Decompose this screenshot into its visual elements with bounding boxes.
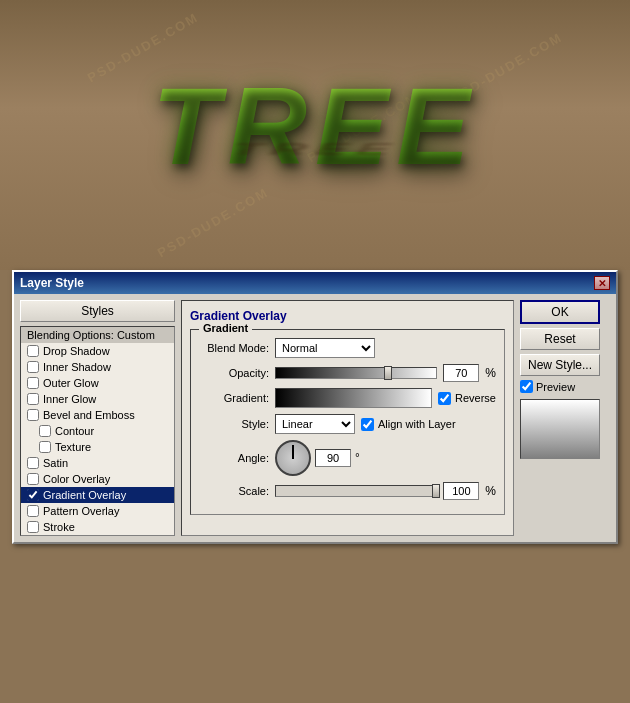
preview-label: Preview <box>536 381 575 393</box>
reverse-row: Reverse <box>438 392 496 405</box>
sidebar-item-satin[interactable]: Satin <box>21 455 174 471</box>
opacity-slider-thumb[interactable] <box>384 366 392 380</box>
outer-glow-checkbox[interactable] <box>27 377 39 389</box>
sidebar-item-outer-glow[interactable]: Outer Glow <box>21 375 174 391</box>
satin-label: Satin <box>43 457 68 469</box>
reset-button[interactable]: Reset <box>520 328 600 350</box>
opacity-slider-track[interactable] <box>275 367 437 379</box>
reverse-checkbox[interactable] <box>438 392 451 405</box>
inner-shadow-checkbox[interactable] <box>27 361 39 373</box>
texture-checkbox[interactable] <box>39 441 51 453</box>
reverse-label: Reverse <box>455 392 496 404</box>
tree-shadow: TREE <box>230 141 400 158</box>
opacity-row: Opacity: % <box>199 364 496 382</box>
scale-input[interactable] <box>443 482 479 500</box>
sidebar-item-gradient-overlay[interactable]: Gradient Overlay <box>21 487 174 503</box>
ok-button[interactable]: OK <box>520 300 600 324</box>
preview-label-row: Preview <box>520 380 610 393</box>
preview-checkbox[interactable] <box>520 380 533 393</box>
style-label: Style: <box>199 418 269 430</box>
angle-dial-wrapper: ° <box>275 440 360 476</box>
styles-panel: Styles Blending Options: Custom Drop Sha… <box>20 300 175 536</box>
contour-checkbox[interactable] <box>39 425 51 437</box>
texture-label: Texture <box>55 441 91 453</box>
angle-dial[interactable] <box>275 440 311 476</box>
blending-label: Blending Options: Custom <box>27 329 155 341</box>
dialog-body: Styles Blending Options: Custom Drop Sha… <box>14 294 616 542</box>
blend-mode-label: Blend Mode: <box>199 342 269 354</box>
section-title: Gradient Overlay <box>190 309 505 323</box>
angle-needle <box>292 445 294 459</box>
right-panel: OK Reset New Style... Preview <box>520 300 610 536</box>
sidebar-item-color-overlay[interactable]: Color Overlay <box>21 471 174 487</box>
scale-unit: % <box>485 484 496 498</box>
scale-label: Scale: <box>199 485 269 497</box>
contour-label: Contour <box>55 425 94 437</box>
gradient-row: Gradient: Reverse <box>199 388 496 408</box>
gradient-group: Gradient Blend Mode: Normal Dissolve Mul… <box>190 329 505 515</box>
blend-mode-select[interactable]: Normal Dissolve Multiply Screen Overlay <box>275 338 375 358</box>
preview-box <box>520 399 600 459</box>
outer-glow-label: Outer Glow <box>43 377 99 389</box>
color-overlay-checkbox[interactable] <box>27 473 39 485</box>
close-button[interactable]: ✕ <box>594 276 610 290</box>
gradient-bar[interactable] <box>275 388 432 408</box>
sidebar-item-inner-shadow[interactable]: Inner Shadow <box>21 359 174 375</box>
bevel-emboss-checkbox[interactable] <box>27 409 39 421</box>
tree-title: TREE <box>152 62 477 189</box>
layer-style-dialog: Layer Style ✕ Styles Blending Options: C… <box>12 270 618 544</box>
sidebar-item-drop-shadow[interactable]: Drop Shadow <box>21 343 174 359</box>
opacity-input[interactable] <box>443 364 479 382</box>
dialog-titlebar: Layer Style ✕ <box>14 272 616 294</box>
pattern-overlay-label: Pattern Overlay <box>43 505 119 517</box>
angle-row: Angle: ° <box>199 440 496 476</box>
sidebar-item-blending[interactable]: Blending Options: Custom <box>21 327 174 343</box>
inner-glow-label: Inner Glow <box>43 393 96 405</box>
bevel-emboss-label: Bevel and Emboss <box>43 409 135 421</box>
styles-list: Blending Options: Custom Drop Shadow Inn… <box>20 326 175 536</box>
sidebar-item-inner-glow[interactable]: Inner Glow <box>21 391 174 407</box>
style-select[interactable]: Linear Radial Angle Reflected Diamond <box>275 414 355 434</box>
drop-shadow-checkbox[interactable] <box>27 345 39 357</box>
sidebar-item-bevel-emboss[interactable]: Bevel and Emboss <box>21 407 174 423</box>
blend-mode-row: Blend Mode: Normal Dissolve Multiply Scr… <box>199 338 496 358</box>
new-style-button[interactable]: New Style... <box>520 354 600 376</box>
angle-label: Angle: <box>199 452 269 464</box>
color-overlay-label: Color Overlay <box>43 473 110 485</box>
inner-glow-checkbox[interactable] <box>27 393 39 405</box>
style-row: Style: Linear Radial Angle Reflected Dia… <box>199 414 496 434</box>
gradient-overlay-label: Gradient Overlay <box>43 489 126 501</box>
dialog-title: Layer Style <box>20 276 84 290</box>
pattern-overlay-checkbox[interactable] <box>27 505 39 517</box>
gradient-label: Gradient: <box>199 392 269 404</box>
gradient-overlay-checkbox[interactable] <box>27 489 39 501</box>
inner-shadow-label: Inner Shadow <box>43 361 111 373</box>
sidebar-item-contour[interactable]: Contour <box>21 423 174 439</box>
opacity-label: Opacity: <box>199 367 269 379</box>
sidebar-item-pattern-overlay[interactable]: Pattern Overlay <box>21 503 174 519</box>
align-layer-label: Align with Layer <box>378 418 456 430</box>
scale-row: Scale: % <box>199 482 496 500</box>
center-panel: Gradient Overlay Gradient Blend Mode: No… <box>181 300 514 536</box>
align-layer-row: Align with Layer <box>361 418 456 431</box>
angle-unit: ° <box>355 451 360 465</box>
sidebar-item-texture[interactable]: Texture <box>21 439 174 455</box>
styles-button[interactable]: Styles <box>20 300 175 322</box>
satin-checkbox[interactable] <box>27 457 39 469</box>
scale-thumb[interactable] <box>432 484 440 498</box>
opacity-unit: % <box>485 366 496 380</box>
canvas-area: PSD-DUDE.COM PSD-DUDE.COM PSD-DUDE.COM P… <box>0 0 630 270</box>
angle-input[interactable] <box>315 449 351 467</box>
stroke-label: Stroke <box>43 521 75 533</box>
scale-slider-track[interactable] <box>275 485 437 497</box>
sidebar-item-stroke[interactable]: Stroke <box>21 519 174 535</box>
stroke-checkbox[interactable] <box>27 521 39 533</box>
drop-shadow-label: Drop Shadow <box>43 345 110 357</box>
group-label: Gradient <box>199 322 252 334</box>
align-layer-checkbox[interactable] <box>361 418 374 431</box>
